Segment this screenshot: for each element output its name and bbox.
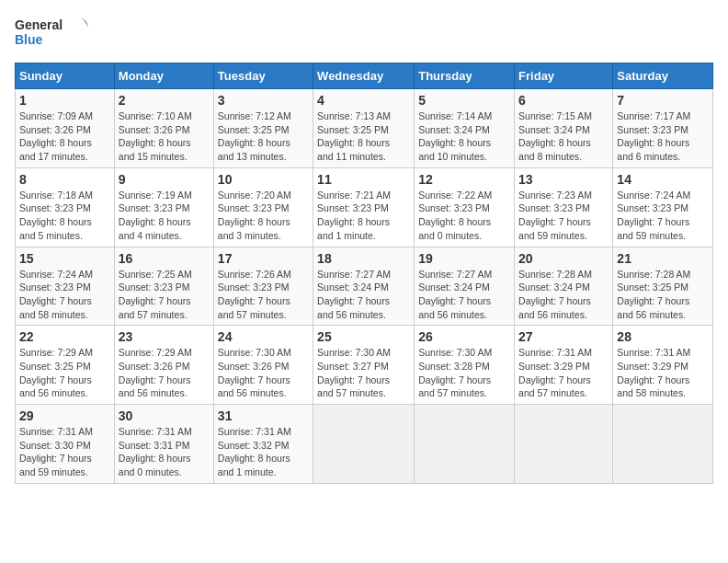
logo-icon: General Blue [15, 15, 88, 55]
col-sunday: Sunday [16, 63, 115, 89]
day-info: Sunrise: 7:25 AMSunset: 3:23 PMDaylight:… [119, 268, 210, 322]
day-number: 25 [317, 329, 410, 344]
day-number: 5 [418, 93, 510, 108]
day-number: 26 [418, 329, 510, 344]
day-info: Sunrise: 7:28 AMSunset: 3:24 PMDaylight:… [518, 268, 609, 322]
calendar-cell: 8Sunrise: 7:18 AMSunset: 3:23 PMDaylight… [16, 167, 115, 247]
day-number: 16 [119, 251, 210, 266]
calendar-cell: 1Sunrise: 7:09 AMSunset: 3:26 PMDaylight… [16, 89, 115, 168]
day-info: Sunrise: 7:31 AMSunset: 3:31 PMDaylight:… [119, 425, 210, 479]
day-number: 19 [418, 251, 510, 266]
day-info: Sunrise: 7:21 AMSunset: 3:23 PMDaylight:… [317, 189, 410, 243]
calendar-cell [415, 405, 515, 484]
day-info: Sunrise: 7:22 AMSunset: 3:23 PMDaylight:… [418, 189, 510, 243]
calendar-cell [515, 405, 613, 484]
calendar-body: 1Sunrise: 7:09 AMSunset: 3:26 PMDaylight… [16, 89, 713, 484]
day-info: Sunrise: 7:14 AMSunset: 3:24 PMDaylight:… [418, 109, 510, 164]
day-number: 11 [317, 172, 410, 187]
calendar-cell: 19Sunrise: 7:27 AMSunset: 3:24 PMDayligh… [415, 247, 515, 326]
header-row: Sunday Monday Tuesday Wednesday Thursday… [16, 63, 713, 89]
day-number: 12 [418, 172, 510, 187]
calendar-cell: 25Sunrise: 7:30 AMSunset: 3:27 PMDayligh… [313, 326, 415, 405]
day-info: Sunrise: 7:12 AMSunset: 3:25 PMDaylight:… [218, 109, 309, 164]
calendar-cell: 30Sunrise: 7:31 AMSunset: 3:31 PMDayligh… [114, 405, 213, 484]
day-info: Sunrise: 7:27 AMSunset: 3:24 PMDaylight:… [317, 268, 410, 322]
day-info: Sunrise: 7:15 AMSunset: 3:24 PMDaylight:… [518, 109, 609, 164]
calendar-cell: 24Sunrise: 7:30 AMSunset: 3:26 PMDayligh… [213, 326, 313, 405]
day-number: 6 [518, 93, 609, 108]
calendar-row-3: 15Sunrise: 7:24 AMSunset: 3:23 PMDayligh… [16, 247, 713, 326]
day-info: Sunrise: 7:29 AMSunset: 3:25 PMDaylight:… [19, 346, 110, 400]
day-number: 30 [119, 408, 210, 423]
calendar-header: Sunday Monday Tuesday Wednesday Thursday… [16, 63, 713, 89]
calendar-cell: 27Sunrise: 7:31 AMSunset: 3:29 PMDayligh… [515, 326, 613, 405]
day-number: 27 [518, 329, 609, 344]
day-number: 17 [218, 251, 309, 266]
day-info: Sunrise: 7:13 AMSunset: 3:25 PMDaylight:… [317, 109, 410, 164]
col-thursday: Thursday [415, 63, 515, 89]
day-number: 28 [617, 329, 709, 344]
day-number: 24 [218, 329, 309, 344]
calendar-cell: 14Sunrise: 7:24 AMSunset: 3:23 PMDayligh… [613, 167, 713, 247]
calendar-cell: 6Sunrise: 7:15 AMSunset: 3:24 PMDaylight… [515, 89, 613, 168]
calendar-cell: 9Sunrise: 7:19 AMSunset: 3:23 PMDaylight… [114, 167, 213, 247]
calendar-cell: 18Sunrise: 7:27 AMSunset: 3:24 PMDayligh… [313, 247, 415, 326]
day-info: Sunrise: 7:28 AMSunset: 3:25 PMDaylight:… [617, 268, 709, 322]
day-number: 29 [19, 408, 110, 423]
day-number: 18 [317, 251, 410, 266]
day-info: Sunrise: 7:30 AMSunset: 3:28 PMDaylight:… [418, 346, 510, 400]
calendar-cell: 7Sunrise: 7:17 AMSunset: 3:23 PMDaylight… [613, 89, 713, 168]
calendar-cell: 5Sunrise: 7:14 AMSunset: 3:24 PMDaylight… [415, 89, 515, 168]
calendar-row-5: 29Sunrise: 7:31 AMSunset: 3:30 PMDayligh… [16, 405, 713, 484]
calendar-cell: 15Sunrise: 7:24 AMSunset: 3:23 PMDayligh… [16, 247, 115, 326]
day-number: 10 [218, 172, 309, 187]
day-number: 22 [19, 329, 110, 344]
day-info: Sunrise: 7:18 AMSunset: 3:23 PMDaylight:… [19, 189, 110, 243]
day-number: 13 [518, 172, 609, 187]
day-number: 8 [19, 172, 110, 187]
calendar-table: Sunday Monday Tuesday Wednesday Thursday… [15, 63, 713, 484]
day-number: 21 [617, 251, 709, 266]
day-info: Sunrise: 7:10 AMSunset: 3:26 PMDaylight:… [119, 109, 210, 164]
day-number: 15 [19, 251, 110, 266]
day-number: 3 [218, 93, 309, 108]
calendar-cell: 2Sunrise: 7:10 AMSunset: 3:26 PMDaylight… [114, 89, 213, 168]
day-info: Sunrise: 7:31 AMSunset: 3:29 PMDaylight:… [617, 346, 709, 400]
day-info: Sunrise: 7:31 AMSunset: 3:29 PMDaylight:… [518, 346, 609, 400]
day-info: Sunrise: 7:17 AMSunset: 3:23 PMDaylight:… [617, 109, 709, 164]
calendar-cell: 4Sunrise: 7:13 AMSunset: 3:25 PMDaylight… [313, 89, 415, 168]
calendar-cell: 16Sunrise: 7:25 AMSunset: 3:23 PMDayligh… [114, 247, 213, 326]
day-info: Sunrise: 7:29 AMSunset: 3:26 PMDaylight:… [119, 346, 210, 400]
day-info: Sunrise: 7:31 AMSunset: 3:30 PMDaylight:… [19, 425, 110, 479]
calendar-cell: 12Sunrise: 7:22 AMSunset: 3:23 PMDayligh… [415, 167, 515, 247]
calendar-cell: 21Sunrise: 7:28 AMSunset: 3:25 PMDayligh… [613, 247, 713, 326]
day-info: Sunrise: 7:30 AMSunset: 3:27 PMDaylight:… [317, 346, 410, 400]
calendar-cell: 22Sunrise: 7:29 AMSunset: 3:25 PMDayligh… [16, 326, 115, 405]
day-number: 20 [518, 251, 609, 266]
calendar-cell: 23Sunrise: 7:29 AMSunset: 3:26 PMDayligh… [114, 326, 213, 405]
day-number: 1 [19, 93, 110, 108]
calendar-cell: 31Sunrise: 7:31 AMSunset: 3:32 PMDayligh… [213, 405, 313, 484]
calendar-row-2: 8Sunrise: 7:18 AMSunset: 3:23 PMDaylight… [16, 167, 713, 247]
col-saturday: Saturday [613, 63, 713, 89]
col-friday: Friday [515, 63, 613, 89]
day-number: 31 [218, 408, 309, 423]
col-wednesday: Wednesday [313, 63, 415, 89]
svg-text:Blue: Blue [15, 32, 43, 47]
col-monday: Monday [114, 63, 213, 89]
day-info: Sunrise: 7:31 AMSunset: 3:32 PMDaylight:… [218, 425, 309, 479]
day-info: Sunrise: 7:09 AMSunset: 3:26 PMDaylight:… [19, 109, 110, 164]
day-number: 9 [119, 172, 210, 187]
day-info: Sunrise: 7:24 AMSunset: 3:23 PMDaylight:… [617, 189, 709, 243]
calendar-cell: 20Sunrise: 7:28 AMSunset: 3:24 PMDayligh… [515, 247, 613, 326]
day-number: 4 [317, 93, 410, 108]
day-number: 23 [119, 329, 210, 344]
day-info: Sunrise: 7:30 AMSunset: 3:26 PMDaylight:… [218, 346, 309, 400]
day-number: 2 [119, 93, 210, 108]
calendar-cell [313, 405, 415, 484]
day-info: Sunrise: 7:20 AMSunset: 3:23 PMDaylight:… [218, 189, 309, 243]
page-header: General Blue [15, 15, 713, 55]
col-tuesday: Tuesday [213, 63, 313, 89]
calendar-cell: 29Sunrise: 7:31 AMSunset: 3:30 PMDayligh… [16, 405, 115, 484]
calendar-cell: 28Sunrise: 7:31 AMSunset: 3:29 PMDayligh… [613, 326, 713, 405]
